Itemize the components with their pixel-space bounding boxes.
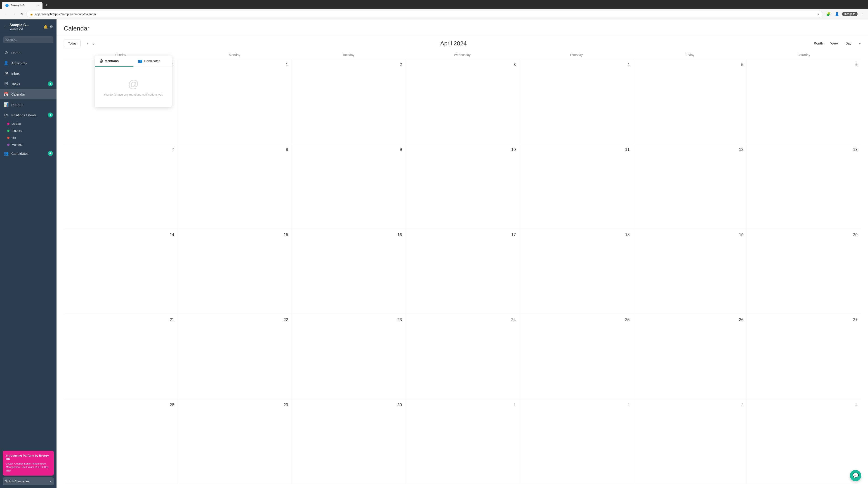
calendar-cell[interactable]: 4: [519, 59, 633, 144]
calendar-cell[interactable]: 14: [64, 229, 178, 314]
calendar-grid: Sunday Monday Tuesday Wednesday Thursday…: [57, 51, 868, 488]
sidebar-back-btn[interactable]: ←: [4, 24, 8, 29]
week-view-btn[interactable]: Week: [827, 40, 842, 47]
extensions-btn[interactable]: 🧩: [825, 11, 832, 17]
calendar-cell[interactable]: 22: [178, 314, 291, 399]
sidebar: ← Sample C... Lauren Dell 🔔 ⚙ ⊙ Home 👤 A…: [0, 20, 57, 488]
calendar-cell[interactable]: 26: [633, 314, 747, 399]
sidebar-item-home[interactable]: ⊙ Home: [0, 47, 57, 58]
more-btn[interactable]: ⋮: [859, 11, 865, 17]
sidebar-item-reports[interactable]: 📊 Reports: [0, 99, 57, 110]
sidebar-item-candidates[interactable]: 👥 Candidates +: [0, 148, 57, 159]
main-content: @ Mentions 👥 Candidates @ You don't have…: [57, 20, 868, 488]
calendar-date: 30: [293, 402, 403, 408]
calendar-date: 17: [408, 232, 517, 238]
position-hr[interactable]: HR: [4, 134, 57, 141]
sidebar-item-tasks[interactable]: ☑ Tasks +: [0, 78, 57, 89]
calendar-cell[interactable]: 18: [519, 229, 633, 314]
calendar-cell[interactable]: 11: [519, 144, 633, 229]
position-finance[interactable]: Finance: [4, 127, 57, 134]
calendar-cell[interactable]: 12: [633, 144, 747, 229]
tab-close-btn[interactable]: ×: [37, 4, 39, 7]
calendar-date: 25: [522, 317, 631, 323]
calendar-date: 21: [66, 317, 175, 323]
position-manager[interactable]: Manager: [4, 141, 57, 148]
calendar-cell[interactable]: 17: [405, 229, 519, 314]
day-header-thursday: Thursday: [519, 51, 633, 59]
sidebar-item-label: Applicants: [11, 61, 53, 65]
positions-add-btn[interactable]: +: [48, 112, 53, 118]
calendar-cell[interactable]: 24: [405, 314, 519, 399]
sidebar-item-inbox[interactable]: ✉ Inbox: [0, 68, 57, 78]
new-tab-btn[interactable]: +: [43, 2, 50, 8]
sidebar-item-label: Home: [11, 51, 53, 55]
calendar-cell[interactable]: 20: [747, 229, 861, 314]
back-btn[interactable]: ←: [3, 11, 9, 17]
calendar-cell[interactable]: 2: [291, 59, 405, 144]
calendar-cell[interactable]: 1: [405, 399, 519, 484]
settings-icon[interactable]: ⚙: [50, 25, 53, 29]
calendar-cell[interactable]: 19: [633, 229, 747, 314]
tasks-add-btn[interactable]: +: [48, 81, 53, 86]
calendar-cell[interactable]: 6: [747, 59, 861, 144]
calendar-cell[interactable]: 9: [291, 144, 405, 229]
main-header: Calendar: [57, 20, 868, 36]
calendar-cell[interactable]: 25: [519, 314, 633, 399]
notification-bell-icon[interactable]: 🔔: [43, 25, 48, 29]
calendar-cell[interactable]: 8: [178, 144, 291, 229]
calendar-header-row: Sunday Monday Tuesday Wednesday Thursday…: [64, 51, 861, 59]
position-design[interactable]: Design: [4, 120, 57, 127]
calendar-cell[interactable]: 7: [64, 144, 178, 229]
calendar-date: 6: [749, 61, 859, 68]
candidates-tab[interactable]: 👥 Candidates: [133, 56, 172, 67]
address-bar[interactable]: 🔒 app.breezy.hr/app/c/sample-company/cal…: [26, 11, 823, 18]
company-name: Sample C...: [9, 23, 41, 27]
chat-btn[interactable]: 💬: [850, 470, 861, 481]
calendar-cell[interactable]: 3: [633, 399, 747, 484]
prev-month-btn[interactable]: ‹: [85, 40, 90, 47]
inbox-icon: ✉: [4, 71, 8, 76]
day-view-btn[interactable]: Day: [842, 40, 855, 47]
calendar-cell[interactable]: 30: [291, 399, 405, 484]
calendar-cell[interactable]: 10: [405, 144, 519, 229]
calendar-date: 18: [522, 232, 631, 238]
candidates-tab-label: Candidates: [144, 59, 160, 63]
calendar-cell[interactable]: 21: [64, 314, 178, 399]
scroll-down-btn[interactable]: ▾: [859, 41, 861, 46]
calendar-date: 14: [66, 232, 175, 238]
month-view-btn[interactable]: Month: [811, 40, 827, 47]
search-input[interactable]: [3, 36, 53, 43]
active-tab[interactable]: Breezy HR ×: [2, 2, 42, 9]
calendar-cell[interactable]: 1: [178, 59, 291, 144]
calendar-cell[interactable]: 27: [747, 314, 861, 399]
profile-btn[interactable]: 👤: [833, 11, 841, 17]
forward-btn[interactable]: →: [11, 11, 17, 17]
calendar-cell[interactable]: 15: [178, 229, 291, 314]
calendar-cell[interactable]: 3: [405, 59, 519, 144]
today-btn[interactable]: Today: [64, 39, 81, 47]
calendar-cell[interactable]: 16: [291, 229, 405, 314]
calendar-cell[interactable]: 5: [633, 59, 747, 144]
switch-companies-btn[interactable]: Switch Companies ×: [3, 477, 54, 485]
calendar-cell[interactable]: 23: [291, 314, 405, 399]
sidebar-item-calendar[interactable]: 📅 Calendar: [0, 89, 57, 99]
star-icon[interactable]: ★: [817, 12, 819, 16]
candidates-add-btn[interactable]: +: [48, 151, 53, 156]
calendar-date: 23: [293, 317, 403, 323]
calendar-cell[interactable]: 28: [64, 399, 178, 484]
position-hr-label: HR: [12, 136, 16, 139]
promo-card[interactable]: Introducing Perform by Breezy HR Easier,…: [3, 451, 54, 476]
mentions-tab[interactable]: @ Mentions: [95, 56, 133, 67]
sidebar-company-info: Sample C... Lauren Dell: [9, 23, 41, 30]
calendar-cell[interactable]: 29: [178, 399, 291, 484]
calendar-date: 2: [293, 61, 403, 68]
sidebar-item-applicants[interactable]: 👤 Applicants: [0, 58, 57, 68]
sidebar-item-positions[interactable]: 🗂 Positions / Pools +: [0, 110, 57, 120]
refresh-btn[interactable]: ↻: [19, 11, 25, 17]
calendar-cell[interactable]: 4: [747, 399, 861, 484]
app-container: ← Sample C... Lauren Dell 🔔 ⚙ ⊙ Home 👤 A…: [0, 20, 868, 488]
next-month-btn[interactable]: ›: [91, 40, 96, 47]
calendar-cell[interactable]: 13: [747, 144, 861, 229]
notification-tabs: @ Mentions 👥 Candidates: [95, 56, 172, 67]
calendar-cell[interactable]: 2: [519, 399, 633, 484]
